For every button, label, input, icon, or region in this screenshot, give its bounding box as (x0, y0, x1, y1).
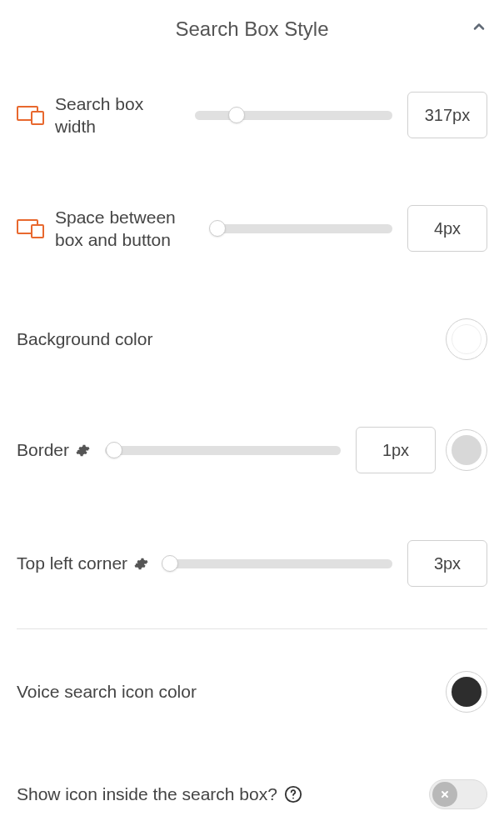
slider-track (163, 559, 392, 568)
label-space-between: Space between box and button (55, 206, 197, 252)
label-show-icon: Show icon inside the search box? (17, 783, 277, 805)
row-show-icon: Show icon inside the search box? (17, 746, 487, 826)
slider-track (212, 224, 392, 233)
slider-track (105, 446, 341, 455)
svg-rect-3 (32, 225, 43, 238)
slider-space-between[interactable] (212, 224, 392, 233)
swatch-background-color[interactable] (446, 318, 487, 360)
slider-thumb[interactable] (162, 555, 178, 572)
slider-track (195, 111, 392, 120)
chevron-up-icon[interactable] (471, 18, 487, 38)
swatch-border-color[interactable] (446, 429, 487, 471)
swatch-voice-color[interactable] (446, 671, 487, 713)
slider-thumb[interactable] (228, 107, 245, 123)
label-search-box-width: Search box width (55, 93, 180, 138)
label-border: Border (17, 438, 69, 461)
toggle-show-icon[interactable] (429, 779, 487, 809)
svg-rect-1 (32, 112, 43, 124)
divider (17, 628, 487, 629)
value-search-box-width[interactable]: 317px (407, 92, 487, 138)
value-top-left-corner[interactable]: 3px (407, 540, 487, 587)
svg-point-5 (292, 798, 294, 799)
slider-thumb[interactable] (106, 442, 122, 458)
swatch-inner (452, 324, 482, 354)
gear-icon[interactable] (134, 557, 148, 571)
swatch-inner (452, 677, 482, 707)
row-border: Border 1px (17, 393, 487, 507)
toggle-knob (432, 782, 457, 807)
row-space-between: Space between box and button 4px (17, 172, 487, 285)
label-voice-search-color: Voice search icon color (17, 680, 436, 703)
row-top-left-corner: Top left corner 3px (17, 507, 487, 620)
slider-thumb[interactable] (209, 220, 226, 237)
gear-icon[interactable] (76, 443, 90, 458)
value-space-between[interactable]: 4px (407, 205, 487, 252)
panel-header[interactable]: Search Box Style (17, 0, 487, 58)
devices-icon[interactable] (17, 104, 47, 126)
label-background-color: Background color (17, 328, 436, 350)
slider-search-box-width[interactable] (195, 111, 392, 120)
search-box-style-panel: Search Box Style Search box width 317px (0, 0, 504, 826)
label-top-left-corner: Top left corner (17, 552, 127, 574)
slider-border[interactable] (105, 446, 341, 455)
value-border[interactable]: 1px (356, 427, 436, 473)
devices-icon[interactable] (17, 218, 47, 239)
row-voice-search-color: Voice search icon color (17, 638, 487, 746)
row-search-box-width: Search box width 317px (17, 58, 487, 172)
panel-title: Search Box Style (175, 18, 328, 41)
slider-top-left-corner[interactable] (163, 559, 392, 568)
row-background-color: Background color (17, 285, 487, 393)
swatch-inner (452, 435, 482, 465)
help-icon[interactable] (284, 785, 302, 803)
